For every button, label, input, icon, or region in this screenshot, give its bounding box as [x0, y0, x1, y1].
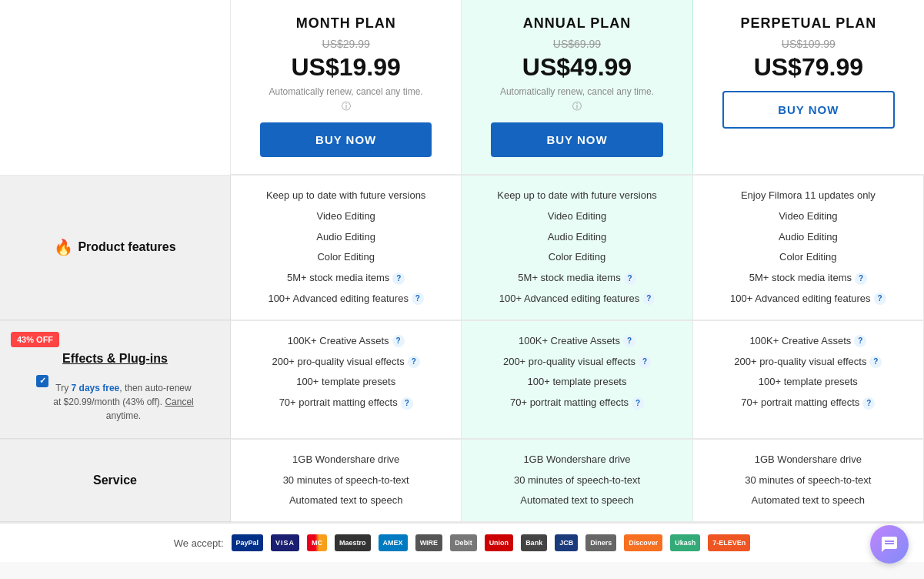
annual-feature-3: Color Editing: [549, 249, 605, 266]
creative-assets-info-perpetual[interactable]: ?: [854, 335, 866, 347]
advanced-edit-info-icon-annual[interactable]: ?: [642, 293, 655, 305]
portrait-matting-info-month[interactable]: ?: [401, 397, 413, 410]
perpetual-product-features: Enjoy Filmora 11 updates only Video Edit…: [693, 176, 924, 320]
pricing-page: MONTH PLAN US$29.99 US$19.99 Automatical…: [0, 0, 924, 579]
visual-effects-info-month[interactable]: ?: [408, 356, 420, 368]
month-effects-features: 100K+ Creative Assets ? 200+ pro-quality…: [231, 321, 462, 439]
month-service-1: 30 minutes of speech-to-text: [283, 473, 409, 489]
annual-original-price: US$69.99: [469, 38, 684, 50]
creative-assets-info-annual[interactable]: ?: [623, 335, 635, 347]
annual-service-features: 1GB Wondershare drive 30 minutes of spee…: [462, 440, 692, 522]
stock-media-info-icon-month[interactable]: ?: [392, 273, 405, 285]
perpetual-feature-0: Enjoy Filmora 11 updates only: [741, 188, 876, 204]
month-feature-3: Color Editing: [317, 249, 374, 266]
cancel-link[interactable]: Cancel: [165, 397, 193, 407]
product-features-label-cell: 🔥 Product features: [0, 176, 231, 320]
paypal-icon: PayPal: [232, 534, 264, 551]
annual-effects-features: 100K+ Creative Assets ? 200+ pro-quality…: [462, 321, 692, 439]
annual-buy-button[interactable]: BUY NOW: [491, 122, 662, 157]
perpetual-service-0: 1GB Wondershare drive: [755, 452, 862, 468]
month-service-2: Automated text to speech: [289, 493, 402, 509]
annual-effects-1: 200+ pro-quality visual effects ?: [503, 354, 651, 370]
portrait-matting-info-annual[interactable]: ?: [632, 397, 644, 410]
stock-media-info-icon-annual[interactable]: ?: [624, 273, 636, 285]
seven-eleven-icon: 7-ELEVEn: [708, 534, 750, 551]
month-plan-name: MONTH PLAN: [239, 15, 453, 32]
chat-button[interactable]: [870, 525, 909, 564]
annual-feature-1: Video Editing: [548, 209, 606, 225]
advanced-edit-info-icon-month[interactable]: ?: [412, 293, 424, 305]
annual-effects-3: 70+ portrait matting effects ?: [510, 395, 644, 411]
empty-header: [0, 0, 231, 175]
perpetual-plan-header: PERPETUAL PLAN US$109.99 US$79.99 BUY NO…: [693, 0, 924, 175]
payment-footer: We accept: PayPal VISA MC Maestro AMEX W…: [0, 523, 924, 562]
effects-label-cell: 43% OFF Effects & Plug-ins Try 7 days fr…: [0, 321, 231, 439]
visual-effects-info-perpetual[interactable]: ?: [869, 356, 882, 368]
month-auto-renew: Automatically renew, cancel any time.: [239, 86, 453, 97]
stock-media-info-icon-perpetual[interactable]: ?: [855, 273, 867, 285]
diners-icon: Diners: [585, 534, 616, 551]
annual-effects-0: 100K+ Creative Assets ?: [519, 333, 635, 350]
effects-free-trial-row: Try 7 days free, then auto-renewat $20.9…: [36, 373, 194, 423]
month-product-features: Keep up to date with future versions Vid…: [231, 176, 462, 320]
free-days-link[interactable]: 7 days free: [72, 383, 120, 393]
effects-checkbox[interactable]: [36, 375, 48, 387]
month-feature-0: Keep up to date with future versions: [266, 188, 425, 204]
annual-feature-4: 5M+ stock media items ?: [518, 270, 635, 286]
jcb-icon: JCB: [555, 534, 578, 551]
mastercard-icon: MC: [307, 534, 327, 551]
creative-assets-info-month[interactable]: ?: [392, 335, 405, 347]
perpetual-feature-2: Audio Editing: [779, 229, 838, 246]
perpetual-original-price: US$109.99: [701, 38, 916, 50]
payment-label: We accept:: [174, 537, 224, 549]
annual-feature-2: Audio Editing: [548, 229, 607, 246]
month-feature-4: 5M+ stock media items ?: [287, 270, 405, 286]
discount-badge: 43% OFF: [11, 332, 59, 347]
perpetual-service-features: 1GB Wondershare drive 30 minutes of spee…: [693, 440, 924, 522]
annual-service-2: Automated text to speech: [520, 493, 633, 509]
perpetual-effects-features: 100K+ Creative Assets ? 200+ pro-quality…: [693, 321, 924, 439]
fire-emoji: 🔥: [54, 238, 73, 256]
perpetual-effects-3: 70+ portrait matting effects ?: [741, 395, 875, 411]
perpetual-plan-name: PERPETUAL PLAN: [701, 15, 916, 32]
month-service-features: 1GB Wondershare drive 30 minutes of spee…: [231, 440, 462, 522]
month-service-0: 1GB Wondershare drive: [292, 452, 399, 468]
visual-effects-info-annual[interactable]: ?: [639, 356, 651, 368]
amex-icon: AMEX: [379, 534, 408, 551]
month-feature-1: Video Editing: [316, 209, 375, 225]
wire-icon: WIRE: [415, 534, 443, 551]
bank-icon: Bank: [521, 534, 547, 551]
union-icon: Union: [485, 534, 514, 551]
month-original-price: US$29.99: [239, 38, 453, 50]
annual-current-price: US$49.99: [469, 53, 684, 82]
service-label-cell: Service: [0, 440, 231, 522]
perpetual-effects-2: 100+ template presets: [759, 374, 858, 390]
month-info-icon: ⓘ: [239, 100, 453, 113]
month-effects-2: 100+ template presets: [296, 374, 395, 390]
annual-feature-5: 100+ Advanced editing features ?: [499, 291, 655, 307]
perpetual-effects-0: 100K+ Creative Assets ?: [749, 333, 866, 350]
month-effects-1: 200+ pro-quality visual effects ?: [272, 354, 420, 370]
portrait-matting-info-perpetual[interactable]: ?: [862, 397, 875, 410]
ukash-icon: Ukash: [670, 534, 700, 551]
perpetual-current-price: US$79.99: [701, 53, 916, 82]
month-current-price: US$19.99: [239, 53, 453, 82]
maestro-icon: Maestro: [335, 534, 371, 551]
perpetual-feature-4: 5M+ stock media items ?: [749, 270, 867, 286]
annual-service-1: 30 minutes of speech-to-text: [514, 473, 640, 489]
annual-feature-0: Keep up to date with future versions: [497, 188, 656, 204]
perpetual-service-2: Automated text to speech: [752, 493, 865, 509]
month-buy-button[interactable]: BUY NOW: [260, 122, 432, 157]
advanced-edit-info-icon-perpetual[interactable]: ?: [874, 293, 886, 305]
effects-trial-text: Try 7 days free, then auto-renewat $20.9…: [53, 381, 194, 423]
visa-icon: VISA: [271, 534, 299, 551]
annual-service-0: 1GB Wondershare drive: [523, 452, 630, 468]
effects-title: Effects & Plug-ins: [62, 352, 168, 366]
discover-icon: Discover: [624, 534, 662, 551]
debit-icon: Debit: [450, 534, 477, 551]
perpetual-buy-button[interactable]: BUY NOW: [722, 91, 895, 129]
chat-icon: [880, 535, 899, 554]
annual-info-icon: ⓘ: [469, 100, 684, 113]
annual-auto-renew: Automatically renew, cancel any time.: [469, 86, 684, 97]
perpetual-effects-1: 200+ pro-quality visual effects ?: [734, 354, 882, 370]
